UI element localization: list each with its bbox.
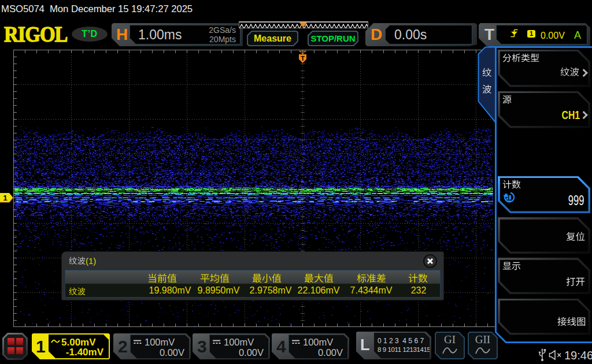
svg-text:1: 1 (3, 194, 8, 202)
svg-text:T: T (301, 55, 305, 62)
